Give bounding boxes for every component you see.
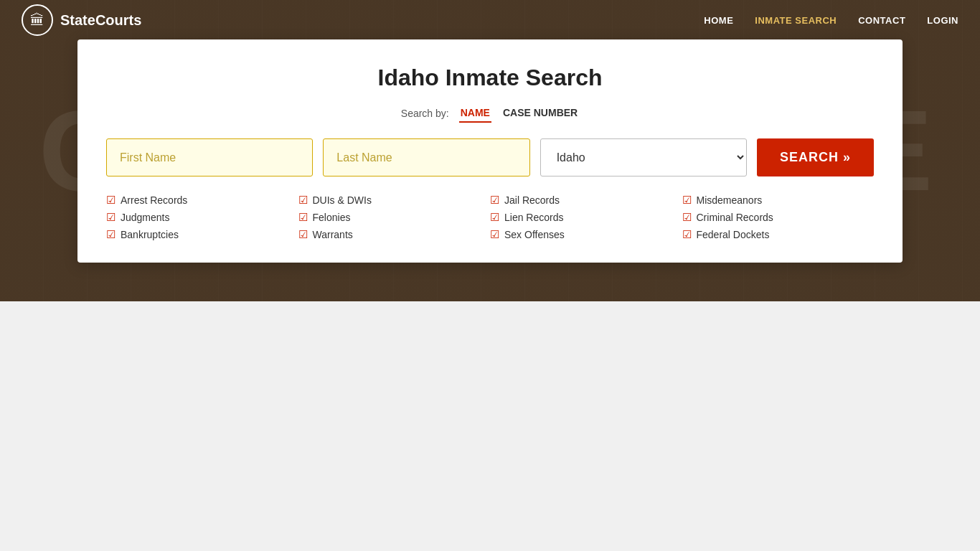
check-federal-dockets: ☑ Federal Dockets (682, 228, 875, 241)
check-label: Lien Records (504, 212, 564, 223)
nav-login[interactable]: LOGIN (927, 15, 958, 26)
check-label: Misdemeanors (697, 194, 763, 206)
check-icon: ☑ (106, 194, 116, 207)
search-by-row: Search by: NAME CASE NUMBER (106, 104, 874, 123)
state-select[interactable]: Idaho Alabama Alaska Arizona Arkansas Ca… (540, 138, 747, 176)
check-label: Bankruptcies (121, 229, 179, 240)
search-card-title: Idaho Inmate Search (106, 65, 874, 91)
check-label: Arrest Records (121, 194, 187, 206)
check-label: Sex Offenses (504, 229, 565, 240)
logo-icon: 🏛 (22, 4, 53, 36)
check-bankruptcies: ☑ Bankruptcies (106, 228, 298, 241)
nav-links: HOME INMATE SEARCH CONTACT LOGIN (704, 14, 958, 27)
tab-case-number[interactable]: CASE NUMBER (501, 104, 579, 123)
check-label: Jail Records (504, 194, 560, 206)
search-card: Idaho Inmate Search Search by: NAME CASE… (77, 39, 903, 263)
check-misdemeanors: ☑ Misdemeanors (682, 194, 875, 207)
check-label: Criminal Records (697, 212, 773, 223)
check-duis-dwis: ☑ DUIs & DWIs (298, 194, 491, 207)
check-icon: ☑ (682, 194, 692, 207)
tab-name[interactable]: NAME (459, 104, 491, 123)
check-felonies: ☑ Felonies (298, 211, 491, 224)
first-name-input[interactable] (106, 138, 313, 176)
check-icon: ☑ (490, 211, 499, 224)
navbar: 🏛 StateCourts HOME INMATE SEARCH CONTACT… (0, 0, 980, 40)
logo-link[interactable]: 🏛 StateCourts (22, 4, 141, 36)
search-button[interactable]: SEARCH » (757, 138, 874, 176)
check-icon: ☑ (106, 211, 116, 224)
hero-section: COURTHOUSE 🏛 StateCourts HOME INMATE SEA… (0, 0, 980, 301)
check-sex-offenses: ☑ Sex Offenses (490, 228, 682, 241)
search-by-label: Search by: (401, 108, 449, 119)
check-label: Federal Dockets (697, 229, 770, 240)
check-warrants: ☑ Warrants (298, 228, 491, 241)
check-lien-records: ☑ Lien Records (490, 211, 682, 224)
search-inputs-row: Idaho Alabama Alaska Arizona Arkansas Ca… (106, 138, 874, 176)
check-icon: ☑ (490, 194, 499, 207)
check-icon: ☑ (298, 211, 308, 224)
check-icon: ☑ (298, 228, 308, 241)
check-label: Warrants (313, 229, 353, 240)
check-judgments: ☑ Judgments (106, 211, 298, 224)
check-icon: ☑ (490, 228, 499, 241)
check-label: DUIs & DWIs (313, 194, 372, 206)
check-icon: ☑ (106, 228, 116, 241)
nav-home[interactable]: HOME (704, 15, 733, 26)
checkboxes-grid: ☑ Arrest Records ☑ DUIs & DWIs ☑ Jail Re… (106, 194, 874, 241)
check-icon: ☑ (682, 211, 692, 224)
last-name-input[interactable] (323, 138, 529, 176)
check-label: Judgments (121, 212, 169, 223)
logo-text: StateCourts (60, 12, 141, 29)
check-jail-records: ☑ Jail Records (490, 194, 682, 207)
check-icon: ☑ (682, 228, 692, 241)
check-criminal-records: ☑ Criminal Records (682, 211, 875, 224)
check-icon: ☑ (298, 194, 308, 207)
nav-inmate-search[interactable]: INMATE SEARCH (755, 15, 837, 26)
check-label: Felonies (313, 212, 351, 223)
check-arrest-records: ☑ Arrest Records (106, 194, 298, 207)
nav-contact[interactable]: CONTACT (858, 15, 905, 26)
